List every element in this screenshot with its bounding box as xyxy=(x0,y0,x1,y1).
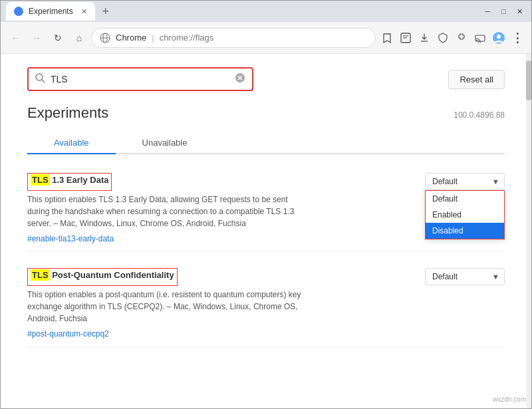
address-bar[interactable]: Chrome | chrome://flags xyxy=(91,28,376,48)
experiment-title-box-2: TLS Post-Quantum Confidentiality xyxy=(27,268,178,286)
more-menu-button[interactable]: ⋮ xyxy=(509,29,526,47)
scrollbar-thumb[interactable] xyxy=(526,61,531,100)
experiment-title-rest-1: 1.3 Early Data xyxy=(50,175,109,185)
shield-icon[interactable] xyxy=(434,29,452,47)
tabs-bar: Available Unavailable xyxy=(27,132,505,154)
extensions-icon[interactable] xyxy=(453,29,470,47)
svg-point-9 xyxy=(497,35,501,39)
experiment-link-2[interactable]: #post-quantum-cecpq2 xyxy=(27,329,109,339)
experiment-title-highlight-2: TLS xyxy=(31,269,50,281)
address-path: chrome://flags xyxy=(160,33,214,43)
dropdown-option-enabled[interactable]: Enabled xyxy=(426,207,504,223)
restore-button[interactable]: □ xyxy=(497,5,510,18)
tab-available[interactable]: Available xyxy=(27,132,116,154)
close-button[interactable]: ✕ xyxy=(513,5,526,18)
version-number: 100.0.4896.88 xyxy=(454,110,505,120)
page-heading: Experiments 100.0.4896.88 xyxy=(27,104,505,122)
dropdown-select-1[interactable]: Default Enabled Disabled xyxy=(425,173,505,190)
experiment-title-1: TLS 1.3 Early Data xyxy=(31,175,108,185)
globe-icon xyxy=(100,33,110,43)
home-button[interactable]: ⌂ xyxy=(70,29,88,47)
dropdown-select-2[interactable]: Default Enabled Disabled xyxy=(425,268,505,285)
download-icon[interactable] xyxy=(416,29,433,47)
minimize-button[interactable]: ─ xyxy=(481,5,494,18)
account-icon[interactable] xyxy=(490,29,507,47)
back-button[interactable]: ← xyxy=(6,29,25,47)
experiment-content-tls13: TLS 1.3 Early Data This option enables T… xyxy=(27,173,414,243)
page-content: Reset all Experiments 100.0.4896.88 Avai… xyxy=(1,54,531,408)
browser-window: Experiments ✕ + ─ □ ✕ ← → ↻ ⌂ Chrome | c… xyxy=(0,0,532,409)
dropdown-wrap-1: Default Enabled Disabled ▼ Default Enabl… xyxy=(425,173,505,190)
search-clear-button[interactable] xyxy=(235,72,245,86)
search-bar-container xyxy=(27,67,253,91)
experiment-content-pq: TLS Post-Quantum Confidentiality This op… xyxy=(27,268,414,339)
page-title: Experiments xyxy=(27,104,108,122)
tab-title: Experiments xyxy=(29,7,73,16)
tab-favicon xyxy=(14,7,23,16)
experiment-title-rest-2: Post-Quantum Confidentiality xyxy=(50,270,174,280)
titlebar: Experiments ✕ + ─ □ ✕ xyxy=(1,1,531,22)
tab-close-button[interactable]: ✕ xyxy=(81,7,87,16)
window-controls: ─ □ ✕ xyxy=(481,5,526,18)
address-host: Chrome xyxy=(116,33,146,43)
dropdown-option-disabled[interactable]: Disabled xyxy=(426,223,504,239)
reset-all-button[interactable]: Reset all xyxy=(448,70,505,89)
bookmark-icon[interactable] xyxy=(378,29,396,47)
tab-unavailable[interactable]: Unavailable xyxy=(116,132,214,154)
tab-search-icon[interactable] xyxy=(397,29,414,47)
experiment-title-box-1: TLS 1.3 Early Data xyxy=(27,173,112,191)
browser-tab[interactable]: Experiments ✕ xyxy=(6,2,95,21)
toolbar-icons: ⋮ xyxy=(378,29,526,47)
forward-button[interactable]: → xyxy=(27,29,46,47)
refresh-button[interactable]: ↻ xyxy=(49,29,67,47)
experiment-title-2: TLS Post-Quantum Confidentiality xyxy=(31,270,174,280)
cast-icon[interactable] xyxy=(471,29,489,47)
search-wrap: Reset all xyxy=(27,67,505,91)
addressbar: ← → ↻ ⌂ Chrome | chrome://flags xyxy=(1,22,531,54)
watermark: wxzdn.com xyxy=(493,396,526,403)
experiment-desc-2: This option enables a post-quantum (i.e.… xyxy=(27,289,307,325)
address-separator: | xyxy=(152,33,154,43)
experiment-desc-1: This option enables TLS 1.3 Early Data, … xyxy=(27,194,307,229)
experiment-item-pq: TLS Post-Quantum Confidentiality This op… xyxy=(27,260,505,347)
dropdown-wrap-2: Default Enabled Disabled ▼ xyxy=(425,268,505,285)
svg-line-11 xyxy=(42,80,45,82)
new-tab-button[interactable]: + xyxy=(98,3,114,19)
search-input[interactable] xyxy=(51,74,223,84)
search-icon xyxy=(35,73,45,85)
experiment-title-highlight-1: TLS xyxy=(31,174,50,186)
dropdown-option-default[interactable]: Default xyxy=(426,191,504,207)
scrollbar[interactable] xyxy=(526,54,531,408)
experiment-item-tls13: TLS 1.3 Early Data This option enables T… xyxy=(27,165,505,252)
dropdown-popup-1: Default Enabled Disabled xyxy=(425,190,505,239)
experiment-link-1[interactable]: #enable-tla13-early-data xyxy=(27,234,114,243)
